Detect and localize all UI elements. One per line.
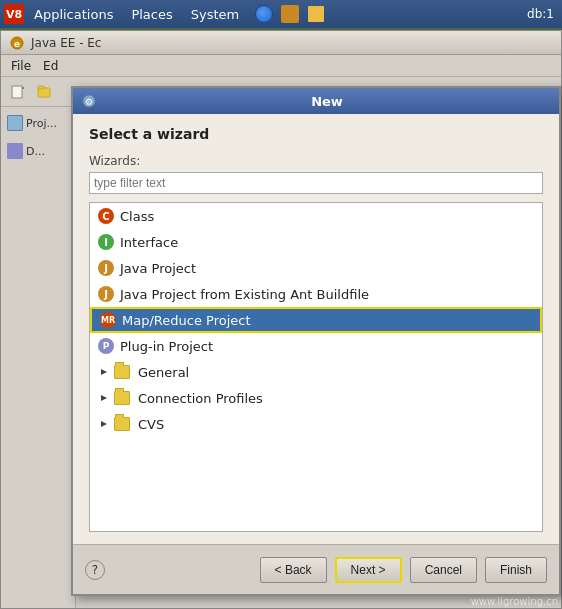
folder-general-icon bbox=[114, 365, 130, 379]
svg-marker-11 bbox=[101, 421, 107, 427]
filter-input[interactable] bbox=[89, 172, 543, 194]
menu-system[interactable]: System bbox=[183, 5, 247, 24]
eclipse-titlebar: e Java EE - Ec bbox=[1, 31, 561, 55]
toolbar-open-btn[interactable] bbox=[32, 80, 56, 104]
taskbar-logo: V8 bbox=[4, 4, 24, 24]
pencil-icon bbox=[308, 6, 324, 22]
svg-marker-9 bbox=[101, 369, 107, 375]
new-wizard-dialog: ⚙ New Select a wizard Wizards: C Class bbox=[71, 86, 561, 596]
svg-text:e: e bbox=[14, 39, 20, 49]
dialog-title: New bbox=[103, 94, 551, 109]
svg-rect-2 bbox=[12, 86, 22, 98]
menu-file[interactable]: File bbox=[5, 57, 37, 75]
tree-item-general[interactable]: General bbox=[90, 359, 542, 385]
taskbar: V8 Applications Places System db:1 bbox=[0, 0, 562, 28]
menu-applications[interactable]: Applications bbox=[26, 5, 121, 24]
java-project-icon: J bbox=[98, 260, 114, 276]
dialog-titlebar: ⚙ New bbox=[73, 88, 559, 114]
wizard-item-java-ant[interactable]: J Java Project from Existing Ant Buildfi… bbox=[90, 281, 542, 307]
taskbar-icons bbox=[253, 3, 327, 25]
globe-icon bbox=[255, 5, 273, 23]
wizard-item-class[interactable]: C Class bbox=[90, 203, 542, 229]
finish-button[interactable]: Finish bbox=[485, 557, 547, 583]
dialog-footer: ? < Back Next > Cancel Finish bbox=[73, 544, 559, 594]
expand-arrow-connection bbox=[98, 392, 110, 404]
eclipse-window: e Java EE - Ec File Ed bbox=[0, 30, 562, 609]
dialog-section-title: Select a wizard bbox=[89, 126, 543, 142]
java-ant-icon: J bbox=[98, 286, 114, 302]
toolbar-new-btn[interactable] bbox=[6, 80, 30, 104]
tree-item-cvs[interactable]: CVS bbox=[90, 411, 542, 437]
svg-marker-10 bbox=[101, 395, 107, 401]
mapreduce-icon: MR bbox=[100, 312, 116, 328]
wizard-item-mapreduce[interactable]: MR Map/Reduce Project bbox=[90, 307, 542, 333]
taskbar-left: V8 Applications Places System bbox=[0, 3, 327, 25]
help-button[interactable]: ? bbox=[85, 560, 105, 580]
folder-cvs-icon bbox=[114, 417, 130, 431]
sidebar: Proj... D... bbox=[1, 107, 76, 608]
folder-connection-icon bbox=[114, 391, 130, 405]
taskbar-db-label: db:1 bbox=[527, 7, 562, 21]
interface-icon: I bbox=[98, 234, 114, 250]
network-icon bbox=[281, 5, 299, 23]
eclipse-icon: e bbox=[9, 35, 25, 51]
dialog-icon: ⚙ bbox=[81, 93, 97, 109]
wizard-item-interface[interactable]: I Interface bbox=[90, 229, 542, 255]
eclipse-title: Java EE - Ec bbox=[31, 36, 553, 50]
sidebar-d-icon bbox=[7, 143, 23, 159]
globe-icon-btn[interactable] bbox=[253, 3, 275, 25]
dialog-content: Select a wizard Wizards: C Class I bbox=[73, 114, 559, 544]
eclipse-menubar: File Ed bbox=[1, 55, 561, 77]
svg-text:⚙: ⚙ bbox=[85, 97, 93, 107]
sidebar-item-proj[interactable]: Proj... bbox=[3, 111, 73, 135]
network-icon-btn[interactable] bbox=[279, 3, 301, 25]
watermark: www.iigrowing.cn bbox=[471, 596, 558, 607]
class-icon: C bbox=[98, 208, 114, 224]
cancel-button[interactable]: Cancel bbox=[410, 557, 477, 583]
back-button[interactable]: < Back bbox=[260, 557, 327, 583]
plugin-icon: P bbox=[98, 338, 114, 354]
wizards-label: Wizards: bbox=[89, 154, 543, 168]
pencil-icon-btn[interactable] bbox=[305, 3, 327, 25]
sidebar-item-d[interactable]: D... bbox=[3, 139, 73, 163]
tree-item-connection-profiles[interactable]: Connection Profiles bbox=[90, 385, 542, 411]
menu-places[interactable]: Places bbox=[123, 5, 180, 24]
expand-arrow-general bbox=[98, 366, 110, 378]
wizard-list: C Class I Interface J Java Project bbox=[89, 202, 543, 532]
svg-rect-6 bbox=[38, 86, 44, 89]
project-icon bbox=[7, 115, 23, 131]
wizard-item-java-project[interactable]: J Java Project bbox=[90, 255, 542, 281]
menu-edit[interactable]: Ed bbox=[37, 57, 64, 75]
wizard-item-plugin[interactable]: P Plug-in Project bbox=[90, 333, 542, 359]
next-button[interactable]: Next > bbox=[335, 557, 402, 583]
expand-arrow-cvs bbox=[98, 418, 110, 430]
